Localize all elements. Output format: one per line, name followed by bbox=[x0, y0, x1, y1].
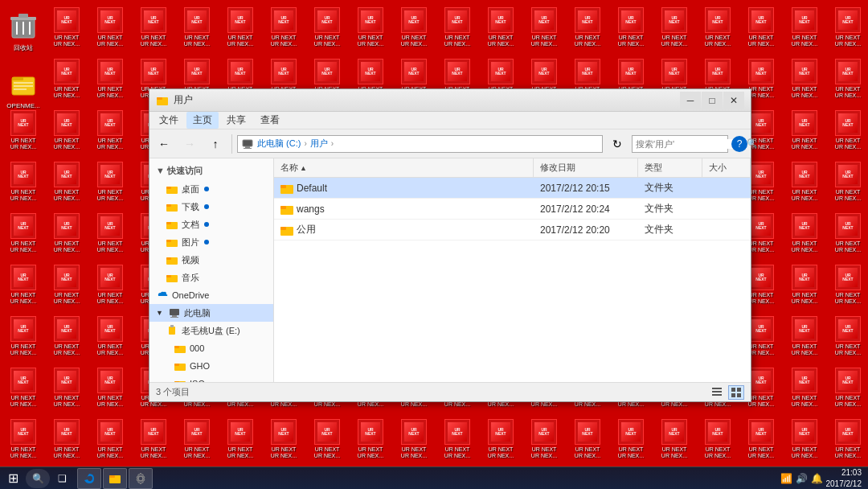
desktop-grid-icon[interactable]: URNEXT UR NEXTUR NEX... bbox=[783, 259, 826, 310]
desktop-grid-icon[interactable]: URNEXT UR NEXTUR NEX... bbox=[609, 413, 653, 465]
desktop-grid-icon[interactable]: URNEXT UR NEXTUR NEX... bbox=[175, 2, 219, 53]
task-view-button[interactable]: ❑ bbox=[50, 467, 74, 490]
desktop-grid-icon[interactable]: URNEXT UR NEXTUR NEX... bbox=[783, 413, 826, 465]
desktop-grid-icon[interactable]: URNEXT UR NEXTUR NEX... bbox=[88, 105, 132, 156]
desktop-grid-icon[interactable]: URNEXT UR NEXTUR NEX... bbox=[826, 259, 868, 310]
desktop-grid-icon[interactable]: URNEXT UR NEXTUR NEX... bbox=[2, 208, 45, 259]
refresh-button[interactable]: ↻ bbox=[606, 133, 628, 155]
desktop-grid-icon[interactable]: URNEXT UR NEXTUR NEX... bbox=[783, 310, 826, 362]
desktop-grid-icon[interactable]: URNEXT UR NEXTUR NEX... bbox=[566, 413, 609, 465]
desktop-grid-icon[interactable]: URNEXT UR NEXTUR NEX... bbox=[88, 208, 132, 259]
desktop-grid-icon[interactable]: URNEXT UR NEXTUR NEX... bbox=[392, 2, 436, 53]
desktop-grid-icon[interactable]: URNEXT UR NEXTUR NEX... bbox=[826, 413, 868, 465]
desktop-grid-icon[interactable]: URNEXT UR NEXTUR NEX... bbox=[2, 156, 45, 208]
breadcrumb-users[interactable]: 用户 bbox=[309, 138, 330, 150]
desktop-grid-icon[interactable]: URNEXT UR NEXTUR NEX... bbox=[392, 413, 436, 465]
desktop-grid-icon[interactable]: URNEXT UR NEXTUR NEX... bbox=[88, 2, 132, 53]
desktop-grid-icon[interactable]: URNEXT UR NEXTUR NEX... bbox=[2, 259, 45, 310]
desktop-grid-icon[interactable]: URNEXT UR NEXTUR NEX... bbox=[88, 156, 132, 208]
nav-this-pc[interactable]: ▼ 此电脑 bbox=[149, 304, 273, 322]
desktop-grid-icon[interactable]: URNEXT UR NEXTUR NEX... bbox=[305, 2, 349, 53]
desktop-grid-icon[interactable]: URNEXT UR NEXTUR NEX... bbox=[349, 2, 392, 53]
desktop-grid-icon[interactable]: URNEXT UR NEXTUR NEX... bbox=[479, 2, 522, 53]
desktop-grid-icon[interactable]: URNEXT UR NEXTUR NEX... bbox=[826, 310, 868, 362]
desktop-grid-icon[interactable]: URNEXT UR NEXTUR NEX... bbox=[2, 362, 45, 413]
desktop-grid-icon[interactable]: URNEXT UR NEXTUR NEX... bbox=[653, 413, 696, 465]
up-button[interactable]: ↑ bbox=[204, 133, 227, 155]
desktop-grid-icon[interactable]: URNEXT UR NEXTUR NEX... bbox=[783, 362, 826, 413]
desktop-grid-icon[interactable]: URNEXT UR NEXTUR NEX... bbox=[305, 413, 349, 465]
desktop-grid-icon[interactable]: URNEXT UR NEXTUR NEX... bbox=[88, 413, 132, 465]
close-button[interactable]: ✕ bbox=[723, 92, 744, 109]
desktop-grid-icon[interactable]: URNEXT UR NEXTUR NEX... bbox=[219, 2, 262, 53]
desktop-grid-icon[interactable]: URNEXT UR NEXTUR NEX... bbox=[696, 413, 739, 465]
nav-music[interactable]: 音乐 bbox=[149, 269, 273, 286]
nav-videos[interactable]: 视频 bbox=[149, 251, 273, 269]
desktop-grid-icon[interactable]: URNEXT UR NEXTUR NEX... bbox=[436, 413, 479, 465]
desktop-grid-icon[interactable]: URNEXT UR NEXTUR NEX... bbox=[479, 413, 522, 465]
maximize-button[interactable]: □ bbox=[702, 92, 723, 109]
network-status-icon[interactable]: 📶 bbox=[780, 473, 792, 484]
desktop-grid-icon[interactable]: URNEXT UR NEXTUR NEX... bbox=[132, 2, 175, 53]
taskbar-edge[interactable] bbox=[77, 468, 101, 489]
search-input[interactable] bbox=[636, 139, 747, 149]
search-icon[interactable]: 🔍 bbox=[747, 138, 758, 149]
desktop-grid-icon[interactable]: URNEXT UR NEXTUR NEX... bbox=[88, 259, 132, 310]
desktop-grid-icon[interactable]: URNEXT UR NEXTUR NEX... bbox=[45, 156, 88, 208]
desktop-grid-icon[interactable]: URNEXT UR NEXTUR NEX... bbox=[175, 413, 219, 465]
col-type[interactable]: 类型 bbox=[638, 158, 702, 177]
desktop-grid-icon[interactable]: URNEXT UR NEXTUR NEX... bbox=[783, 105, 826, 156]
quick-access-section[interactable]: ▼ 快速访问 bbox=[149, 162, 273, 180]
col-name[interactable]: 名称 ▲ bbox=[274, 158, 534, 177]
desktop-grid-icon[interactable]: URNEXT UR NEXTUR NEX... bbox=[2, 310, 45, 362]
nav-000[interactable]: 000 bbox=[149, 339, 273, 357]
desktop-grid-icon[interactable]: URNEXT UR NEXTUR NEX... bbox=[132, 413, 175, 465]
desktop-grid-icon[interactable]: URNEXT UR NEXTUR NEX... bbox=[826, 53, 868, 105]
nav-downloads[interactable]: 下载 bbox=[149, 198, 273, 216]
desktop-grid-icon[interactable]: URNEXT UR NEXTUR NEX... bbox=[826, 362, 868, 413]
desktop-grid-icon[interactable]: URNEXT UR NEXTUR NEX... bbox=[45, 310, 88, 362]
desktop-grid-icon[interactable]: URNEXT UR NEXTUR NEX... bbox=[45, 208, 88, 259]
desktop-grid-icon[interactable]: URNEXT UR NEXTUR NEX... bbox=[566, 2, 609, 53]
nav-onedrive[interactable]: OneDrive bbox=[149, 286, 273, 304]
desktop-grid-icon[interactable]: URNEXT UR NEXTUR NEX... bbox=[826, 105, 868, 156]
address-bar[interactable]: 此电脑 (C:) › 用户 › bbox=[237, 135, 603, 153]
desktop-grid-icon[interactable]: URNEXT UR NEXTUR NEX... bbox=[826, 208, 868, 259]
col-date[interactable]: 修改日期 bbox=[534, 158, 638, 177]
desktop-grid-icon[interactable]: URNEXT UR NEXTUR NEX... bbox=[45, 259, 88, 310]
large-icons-view-btn[interactable] bbox=[728, 385, 744, 400]
desktop-grid-icon[interactable]: URNEXT UR NEXTUR NEX... bbox=[522, 2, 566, 53]
desktop-grid-icon[interactable]: URNEXT UR NEXTUR NEX... bbox=[609, 2, 653, 53]
openme-icon[interactable]: OPENME... bbox=[2, 64, 45, 116]
notification-icon[interactable]: 🔔 bbox=[811, 473, 823, 484]
desktop-grid-icon[interactable]: URNEXT UR NEXTUR NEX... bbox=[739, 413, 783, 465]
desktop-grid-icon[interactable]: URNEXT UR NEXTUR NEX... bbox=[826, 2, 868, 53]
taskbar-settings[interactable] bbox=[129, 468, 153, 489]
col-size[interactable]: 大小 bbox=[702, 158, 751, 177]
desktop-grid-icon[interactable]: URNEXT UR NEXTUR NEX... bbox=[88, 53, 132, 105]
nav-desktop[interactable]: 桌面 bbox=[149, 180, 273, 198]
nav-iso[interactable]: ISO bbox=[149, 375, 273, 382]
forward-button[interactable]: → bbox=[178, 133, 201, 155]
help-button[interactable]: ? bbox=[731, 136, 747, 152]
desktop-grid-icon[interactable]: URNEXT UR NEXTUR NEX... bbox=[45, 362, 88, 413]
desktop-grid-icon[interactable]: URNEXT UR NEXTUR NEX... bbox=[349, 413, 392, 465]
desktop-grid-icon[interactable]: URNEXT UR NEXTUR NEX... bbox=[45, 413, 88, 465]
desktop-grid-icon[interactable]: URNEXT UR NEXTUR NEX... bbox=[653, 2, 696, 53]
menu-file[interactable]: 文件 bbox=[153, 112, 185, 129]
details-view-btn[interactable] bbox=[709, 385, 725, 400]
desktop-grid-icon[interactable]: URNEXT UR NEXTUR NEX... bbox=[739, 2, 783, 53]
desktop-grid-icon[interactable]: URNEXT UR NEXTUR NEX... bbox=[45, 2, 88, 53]
taskbar-file-explorer[interactable] bbox=[103, 468, 127, 489]
file-row-wangs[interactable]: wangs 2017/2/12 20:24 文件夹 bbox=[274, 199, 751, 220]
back-button[interactable]: ← bbox=[153, 133, 175, 155]
breadcrumb-this-pc[interactable]: 此电脑 (C:) bbox=[256, 138, 302, 150]
desktop-grid-icon[interactable]: URNEXT UR NEXTUR NEX... bbox=[783, 208, 826, 259]
minimize-button[interactable]: ─ bbox=[680, 92, 701, 109]
file-row-public[interactable]: 公用 2017/2/12 20:20 文件夹 bbox=[274, 220, 751, 240]
desktop-grid-icon[interactable]: URNEXT UR NEXTUR NEX... bbox=[45, 53, 88, 105]
menu-view[interactable]: 查看 bbox=[254, 112, 286, 129]
volume-icon[interactable]: 🔊 bbox=[796, 473, 808, 484]
desktop-grid-icon[interactable]: URNEXT UR NEXTUR NEX... bbox=[2, 413, 45, 465]
desktop-grid-icon[interactable]: URNEXT UR NEXTUR NEX... bbox=[783, 53, 826, 105]
